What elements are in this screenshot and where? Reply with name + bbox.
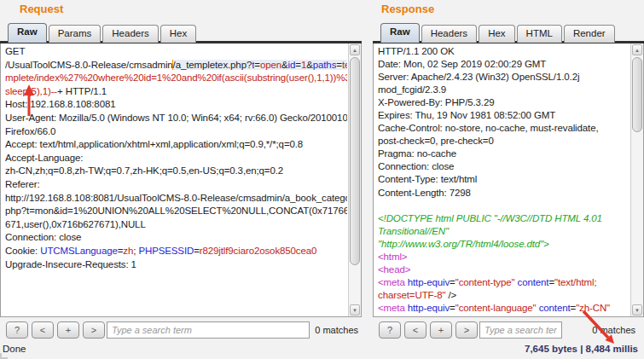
- help-button[interactable]: ?: [379, 321, 401, 339]
- request-raw-text[interactable]: GET/UsualToolCMS-8.0-Release/cmsadmin/a_…: [5, 45, 347, 316]
- request-match-count: 0 matches: [315, 325, 358, 335]
- code-line: <head>: [378, 263, 629, 276]
- status-bytes-millis: 7,645 bytes | 8,484 millis: [525, 344, 638, 354]
- prev-match-button[interactable]: <: [32, 321, 54, 339]
- help-button[interactable]: ?: [6, 321, 28, 339]
- tab-headers[interactable]: Headers: [102, 25, 158, 43]
- code-line: Cookie: UTCMSLanguage=zh; PHPSESSID=r829…: [5, 245, 347, 258]
- scroll-down-icon[interactable]: ▼: [350, 304, 360, 316]
- code-line: Firefox/66.0: [5, 125, 347, 139]
- request-scrollbar[interactable]: ▲ ▼: [348, 43, 361, 316]
- code-line: Cache-Control: no-store, no-cache, must-…: [378, 122, 629, 135]
- tab-params[interactable]: Params: [49, 25, 102, 43]
- code-line: zh-CN,zh;q=0.8,zh-TW;q=0.7,zh-HK;q=0.5,e…: [5, 165, 347, 178]
- prev-match-button[interactable]: <: [404, 321, 426, 339]
- code-line: GET: [5, 45, 347, 59]
- request-search-buttons: ?<+>: [6, 321, 105, 339]
- response-search-input[interactable]: [479, 321, 562, 339]
- scroll-up-icon[interactable]: ▲: [350, 44, 360, 55]
- scroll-up-icon[interactable]: ▲: [632, 44, 642, 55]
- response-match-count: 0 matches: [592, 325, 635, 335]
- code-line: Referer:: [5, 178, 347, 192]
- next-match-button[interactable]: >: [83, 321, 105, 339]
- code-line: 671,user(),0x716b627671),NULL: [5, 218, 347, 232]
- code-line: Connection: close: [5, 231, 347, 245]
- tab-raw[interactable]: Raw: [8, 23, 47, 43]
- code-line: "http://www.w3.org/TR/html4/loose.dtd">: [378, 238, 629, 251]
- code-line: Pragma: no-cache: [378, 148, 629, 160]
- response-tabs: RawHeadersHexHTMLRender: [380, 23, 617, 43]
- request-panel: Request RawParamsHeadersHex GET/UsualToo…: [0, 0, 362, 340]
- request-search-row: ?<+> 0 matches: [0, 321, 362, 340]
- code-line: Accept-Language:: [5, 152, 347, 165]
- response-editor[interactable]: HTTP/1.1 200 OKDate: Mon, 02 Sep 2019 02…: [373, 43, 644, 317]
- request-scrollbar-thumb[interactable]: [350, 57, 360, 265]
- response-scrollbar-thumb[interactable]: [632, 57, 642, 132]
- code-line: charset=UTF-8" />: [378, 289, 629, 302]
- code-line: Connection: close: [378, 160, 629, 173]
- code-line: Server: Apache/2.4.23 (Win32) OpenSSL/1.…: [378, 71, 629, 84]
- code-line: php?t=mon&id=1%20UNION%20ALL%20SELECT%20…: [5, 205, 347, 218]
- response-search-row: ?<+> 0 matches: [373, 321, 644, 340]
- code-line: <html>: [378, 251, 629, 263]
- code-line: sleep(5),1)--+ HTTP/1.1: [5, 85, 347, 99]
- highlight-button[interactable]: +: [57, 321, 79, 339]
- code-line: http://192.168.8.108:8081/UsualToolCMS-8…: [5, 192, 347, 206]
- resize-grip: [0, 353, 8, 359]
- tab-headers[interactable]: Headers: [421, 25, 477, 43]
- highlight-button[interactable]: +: [430, 321, 452, 339]
- code-line: Transitional//EN": [378, 225, 629, 238]
- burp-message-viewer: Request RawParamsHeadersHex GET/UsualToo…: [0, 0, 644, 359]
- request-editor[interactable]: GET/UsualToolCMS-8.0-Release/cmsadmin/a_…: [0, 43, 362, 317]
- request-tabs: RawParamsHeadersHex: [8, 23, 198, 43]
- code-line: <meta http-equiv="content-type" content=…: [378, 276, 629, 289]
- code-line: Content-Type: text/html: [378, 173, 629, 186]
- tab-raw[interactable]: Raw: [380, 23, 420, 43]
- scroll-down-icon[interactable]: ▼: [632, 304, 642, 316]
- code-line: [378, 200, 629, 212]
- code-line: Upgrade-Insecure-Requests: 1: [5, 258, 347, 272]
- code-line: HTTP/1.1 200 OK: [378, 45, 629, 58]
- tab-hex[interactable]: Hex: [479, 25, 514, 43]
- response-panel-title: Response: [381, 3, 434, 15]
- code-line: /UsualToolCMS-8.0-Release/cmsadmin/a_tem…: [5, 59, 347, 72]
- status-bar: Done 7,645 bytes | 8,484 millis: [0, 340, 644, 359]
- code-line: Accept: text/html,application/xhtml+xml,…: [5, 138, 347, 152]
- tab-render[interactable]: Render: [564, 25, 615, 43]
- response-panel: Response RawHeadersHexHTMLRender HTTP/1.…: [373, 0, 644, 340]
- request-search-input[interactable]: [107, 321, 310, 339]
- code-line: X-Powered-By: PHP/5.3.29: [378, 96, 629, 109]
- code-line: <!DOCTYPE html PUBLIC "-//W3C//DTD HTML …: [378, 212, 629, 225]
- tab-html[interactable]: HTML: [517, 25, 562, 43]
- code-line: mplete/index%27%20where%20id=1%20and%20i…: [5, 72, 347, 85]
- code-line: Host: 192.168.8.108:8081: [5, 98, 347, 112]
- code-line: Expires: Thu, 19 Nov 1981 08:52:00 GMT: [378, 109, 629, 122]
- code-line: post-check=0, pre-check=0: [378, 135, 629, 148]
- code-line: User-Agent: Mozilla/5.0 (Windows NT 10.0…: [5, 112, 347, 125]
- next-match-button[interactable]: >: [455, 321, 478, 339]
- tab-hex[interactable]: Hex: [160, 25, 196, 43]
- response-raw-text[interactable]: HTTP/1.1 200 OKDate: Mon, 02 Sep 2019 02…: [378, 45, 629, 316]
- request-panel-title: Request: [20, 3, 63, 15]
- code-line: Content-Length: 7298: [378, 187, 629, 200]
- response-search-buttons: ?<+>: [379, 321, 478, 339]
- code-line: Date: Mon, 02 Sep 2019 02:00:29 GMT: [378, 58, 629, 71]
- response-scrollbar[interactable]: ▲ ▼: [630, 43, 643, 316]
- code-line: <meta http-equiv="content-language" cont…: [378, 302, 629, 315]
- code-line: mod_fcgid/2.3.9: [378, 84, 629, 96]
